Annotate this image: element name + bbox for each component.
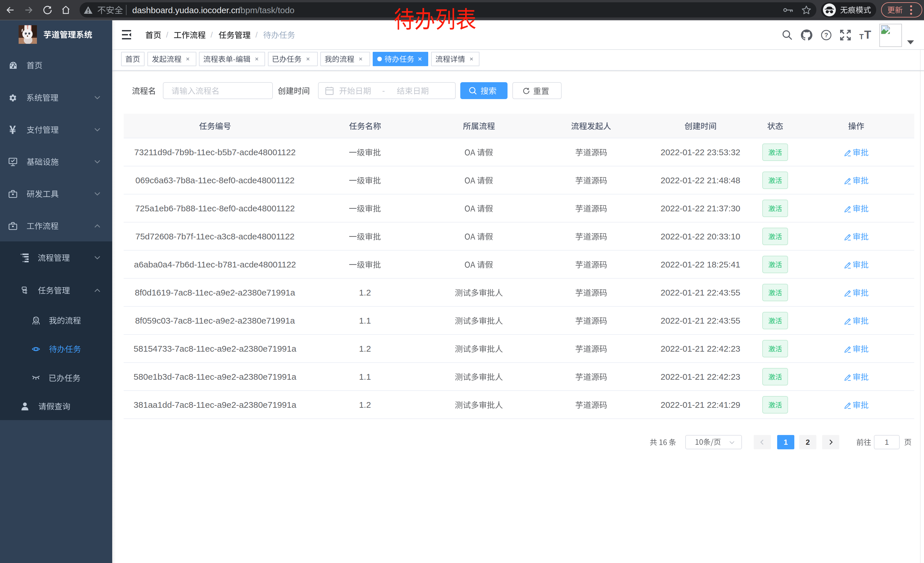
svg-text:?: ? (824, 32, 828, 39)
